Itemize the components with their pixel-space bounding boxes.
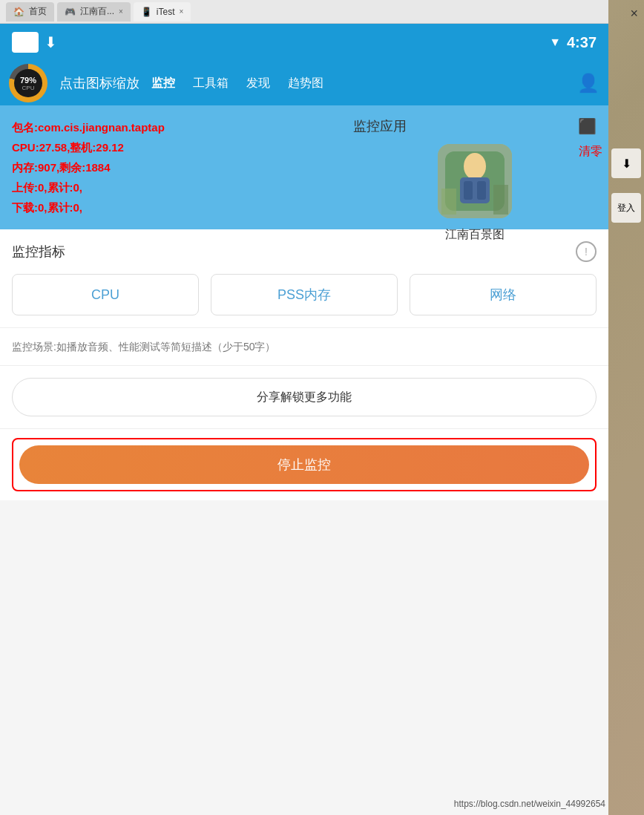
app-svg-icon xyxy=(438,144,512,218)
main-content: 监控指标 ! CPU PSS内存 网络 xyxy=(0,229,608,500)
metrics-header: 监控指标 ! xyxy=(12,241,597,262)
status-bar: ⬇ ▼ 4:37 xyxy=(0,24,608,61)
stop-monitor-btn[interactable]: 停止监控 xyxy=(19,445,589,484)
cpu-gauge-inner: 79% CPU xyxy=(14,69,42,97)
info-symbol: ! xyxy=(585,246,588,258)
cpu-label-small: CPU xyxy=(22,85,35,91)
app-icon-card[interactable] xyxy=(438,144,512,218)
tab-itest-icon: 📱 xyxy=(141,7,152,17)
svg-rect-4 xyxy=(464,181,473,200)
status-left: ⬇ xyxy=(12,32,57,53)
share-unlock-btn[interactable]: 分享解锁更多功能 xyxy=(12,378,597,416)
tab-jiangnan[interactable]: 🎮 江南百... × xyxy=(57,2,131,22)
tab-itest-close[interactable]: × xyxy=(180,7,184,16)
nav-items: 监控 工具箱 发现 趋势图 xyxy=(151,76,565,91)
metric-btn-cpu[interactable]: CPU xyxy=(12,274,199,315)
tab-homepage-label: 首页 xyxy=(29,5,47,18)
download-icon: ⬇ xyxy=(622,157,631,171)
metrics-title: 监控指标 xyxy=(12,243,65,261)
clear-btn[interactable]: 清零 xyxy=(579,144,602,160)
side-download-btn[interactable]: ⬇ xyxy=(611,148,641,178)
wifi-icon: ▼ xyxy=(549,36,561,49)
metric-btn-pss[interactable]: PSS内存 xyxy=(211,274,398,315)
metrics-section: 监控指标 ! CPU PSS内存 网络 xyxy=(0,229,608,328)
metric-network-label: 网络 xyxy=(490,286,516,304)
status-download-icon: ⬇ xyxy=(45,33,57,51)
nav-monitor[interactable]: 监控 xyxy=(151,76,175,91)
share-label: 分享解锁更多功能 xyxy=(257,390,352,405)
svg-point-2 xyxy=(464,153,486,180)
scene-input[interactable] xyxy=(12,341,597,353)
status-white-box xyxy=(12,32,39,53)
stop-btn-label: 停止监控 xyxy=(277,456,331,474)
info-circle[interactable]: ! xyxy=(576,241,597,262)
stop-section: 停止监控 xyxy=(0,429,608,500)
nav-trend[interactable]: 趋势图 xyxy=(288,76,323,91)
metric-btn-network[interactable]: 网络 xyxy=(410,274,597,315)
nav-toolbox[interactable]: 工具箱 xyxy=(193,76,229,91)
watermark: https://blog.csdn.net/weixin_44992654 xyxy=(454,799,605,809)
svg-rect-7 xyxy=(493,185,508,215)
metrics-buttons: CPU PSS内存 网络 xyxy=(12,274,597,315)
app-header: 79% CPU 点击图标缩放 监控 工具箱 发现 趋势图 👤 xyxy=(0,61,608,105)
monitor-app-panel: 监控应用 ⬛ xyxy=(341,105,608,229)
header-title: 点击图标缩放 xyxy=(59,74,139,92)
status-right: ▼ 4:37 xyxy=(549,34,597,51)
tab-jiangnan-icon: 🎮 xyxy=(65,7,76,17)
svg-rect-5 xyxy=(477,181,486,200)
info-popup: 包名:com.cis.jiangnan.taptap CPU:27.58,整机:… xyxy=(0,105,608,229)
app-name: 江南百景图 xyxy=(445,227,505,243)
right-panel: ⬇ 登入 xyxy=(608,0,644,815)
share-section: 分享解锁更多功能 xyxy=(0,366,608,429)
cpu-percent: 79% xyxy=(20,76,36,85)
close-button[interactable]: × xyxy=(630,6,638,22)
tab-itest[interactable]: 📱 iTest × xyxy=(134,2,191,22)
cpu-gauge[interactable]: 79% CPU xyxy=(9,64,47,102)
browser-bar: 🏠 首页 🎮 江南百... × 📱 iTest × xyxy=(0,0,608,24)
monitor-app-title: 监控应用 xyxy=(353,117,407,135)
nav-discover[interactable]: 发现 xyxy=(246,76,270,91)
app-container: 🏠 首页 🎮 江南百... × 📱 iTest × ⬇ ▼ 4:37 79% xyxy=(0,0,608,815)
tab-itest-label: iTest xyxy=(157,7,175,17)
scene-section xyxy=(0,328,608,366)
export-icon[interactable]: ⬛ xyxy=(578,117,597,135)
tab-homepage-icon: 🏠 xyxy=(13,7,24,17)
tab-jiangnan-label: 江南百... xyxy=(80,5,114,18)
monitor-app-header: 监控应用 ⬛ xyxy=(353,117,597,135)
user-icon[interactable]: 👤 xyxy=(577,73,599,94)
metric-pss-label: PSS内存 xyxy=(277,286,331,304)
time-display: 4:37 xyxy=(567,34,597,51)
login-label: 登入 xyxy=(617,202,635,215)
monitor-app-body: 江南百景图 清零 xyxy=(353,144,597,243)
side-login-btn[interactable]: 登入 xyxy=(611,193,641,223)
stop-btn-wrapper: 停止监控 xyxy=(12,438,597,491)
metric-cpu-label: CPU xyxy=(91,287,119,303)
tab-homepage[interactable]: 🏠 首页 xyxy=(6,2,54,22)
svg-rect-6 xyxy=(441,189,456,215)
tab-jiangnan-close[interactable]: × xyxy=(119,7,123,16)
